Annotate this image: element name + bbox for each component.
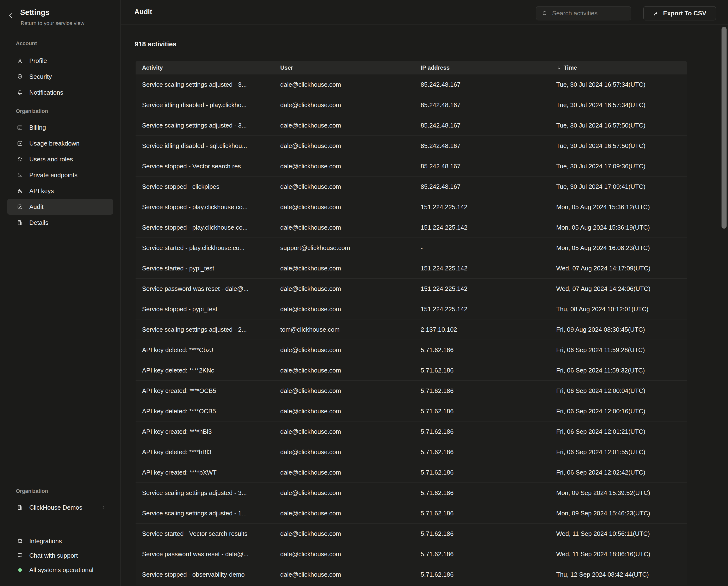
building-icon: [17, 504, 23, 511]
table-row: API key deleted: ****2KNcdale@clickhouse…: [135, 360, 687, 381]
export-csv-button[interactable]: Export To CSV: [643, 6, 716, 20]
users-icon: [17, 156, 23, 162]
page-subtitle: Return to your service view: [21, 20, 84, 26]
table-row: API key created: ****bXWTdale@clickhouse…: [135, 462, 687, 483]
keys-icon: [17, 188, 23, 194]
column-header-time[interactable]: Time: [556, 64, 687, 71]
app-root: Settings Return to your service view Acc…: [0, 0, 728, 586]
table-row: Service stopped - observability-demodale…: [135, 564, 687, 585]
arrows-swap-icon: [17, 172, 23, 178]
table-row: Service started - pypi_testdale@clickhou…: [135, 258, 687, 278]
table-row: Service stopped - pypi_testdale@clickhou…: [135, 299, 687, 319]
organization-nav: Billing Usage breakdown Users and roles …: [0, 120, 121, 230]
table-row: API key deleted: ****hBl3dale@clickhouse…: [135, 442, 687, 462]
sidebar-item-chat-support[interactable]: Chat with support: [0, 548, 121, 563]
topbar: Audit Export To CSV: [121, 0, 728, 24]
audit-pulse-icon: [17, 204, 23, 210]
sidebar-item-api-keys[interactable]: API keys: [7, 183, 113, 199]
account-nav: Profile Security Notifications: [0, 53, 121, 100]
table-row: API key created: ****OCB5dale@clickhouse…: [135, 381, 687, 401]
table-row: Service stopped - play.clickhouse.co...d…: [135, 217, 687, 238]
bell-icon: [17, 89, 23, 96]
scrollbar-thumb[interactable]: [722, 27, 727, 229]
table-row: API key deleted: ****CbzJdale@clickhouse…: [135, 340, 687, 360]
sidebar-item-usage-breakdown[interactable]: Usage breakdown: [7, 136, 113, 151]
table-row: Service scaling settings adjusted - 1...…: [135, 503, 687, 523]
building-icon: [17, 220, 23, 226]
table-row: Service started - Vector search resultsd…: [135, 523, 687, 544]
sidebar-footer: Integrations Chat with support All syste…: [0, 525, 121, 586]
column-header-ip[interactable]: IP address: [421, 64, 556, 71]
org-name: ClickHouse Demos: [29, 504, 82, 511]
table-row: Service started - play.clickhouse.co...s…: [135, 238, 687, 258]
chevron-left-icon: [7, 12, 15, 19]
table-header: Activity User IP address Time: [135, 61, 687, 74]
table-row: Service idling disabled - play.clickho..…: [135, 95, 687, 115]
sidebar-item-security[interactable]: Security: [7, 69, 113, 84]
table-row: Service idling disabled - sql.clickhou..…: [135, 136, 687, 156]
puzzle-icon: [17, 538, 23, 544]
page-title: Settings: [20, 8, 49, 17]
billing-card-icon: [17, 124, 23, 131]
table-row: Service scaling settings adjusted - 3...…: [135, 74, 687, 95]
activities-count: 918 activities: [135, 40, 176, 48]
table-row: Service stopped - clickpipesdale@clickho…: [135, 176, 687, 197]
sidebar-item-profile[interactable]: Profile: [7, 53, 113, 69]
sidebar: Settings Return to your service view Acc…: [0, 0, 121, 586]
chevron-right-icon: [101, 505, 106, 510]
table-row: API key deleted: ****OCB5dale@clickhouse…: [135, 401, 687, 421]
org-switcher[interactable]: ClickHouse Demos: [0, 499, 121, 515]
section-label-org-switcher: Organization: [16, 488, 48, 494]
table-row: Service stopped - play.clickhouse.co...d…: [135, 197, 687, 217]
system-status-row[interactable]: All systems operational: [0, 563, 121, 577]
status-label: All systems operational: [29, 566, 93, 574]
table-row: Service password was reset - dale@...dal…: [135, 544, 687, 564]
export-icon: [653, 10, 659, 17]
sort-desc-arrow-icon: [556, 65, 562, 70]
status-dot-icon: [17, 567, 23, 573]
search-box: [536, 6, 631, 20]
sidebar-item-users-and-roles[interactable]: Users and roles: [7, 151, 113, 167]
user-icon: [17, 58, 23, 64]
sidebar-item-notifications[interactable]: Notifications: [7, 84, 113, 100]
audit-title: Audit: [134, 8, 152, 16]
chat-bubble-icon: [17, 553, 23, 559]
column-header-user[interactable]: User: [280, 64, 421, 71]
table-row: Service password was reset - dale@...dal…: [135, 278, 687, 299]
back-button[interactable]: [7, 12, 15, 19]
sidebar-item-private-endpoints[interactable]: Private endpoints: [7, 167, 113, 183]
search-icon: [541, 10, 548, 17]
table-row: Service scaling settings adjusted - 2...…: [135, 319, 687, 340]
table-row: API key created: ****hBl3dale@clickhouse…: [135, 421, 687, 442]
usage-chart-icon: [17, 140, 23, 147]
audit-table: Activity User IP address Time Service sc…: [135, 61, 687, 585]
sidebar-item-details[interactable]: Details: [7, 215, 113, 230]
sidebar-item-audit[interactable]: Audit: [7, 199, 113, 215]
column-header-activity[interactable]: Activity: [135, 64, 280, 71]
sidebar-item-integrations[interactable]: Integrations: [0, 534, 121, 548]
table-row: Service stopped - Vector search res...da…: [135, 156, 687, 176]
shield-check-icon: [17, 73, 23, 80]
main-area: Audit Export To CSV 918 activities Activ…: [121, 0, 728, 586]
section-label-account: Account: [16, 40, 37, 47]
table-row: Service scaling settings adjusted - 3...…: [135, 483, 687, 503]
export-label: Export To CSV: [663, 9, 706, 17]
sidebar-item-billing[interactable]: Billing: [7, 120, 113, 136]
search-input[interactable]: [552, 9, 626, 17]
section-label-organization: Organization: [16, 108, 48, 114]
table-row: Service scaling settings adjusted - 3...…: [135, 115, 687, 136]
